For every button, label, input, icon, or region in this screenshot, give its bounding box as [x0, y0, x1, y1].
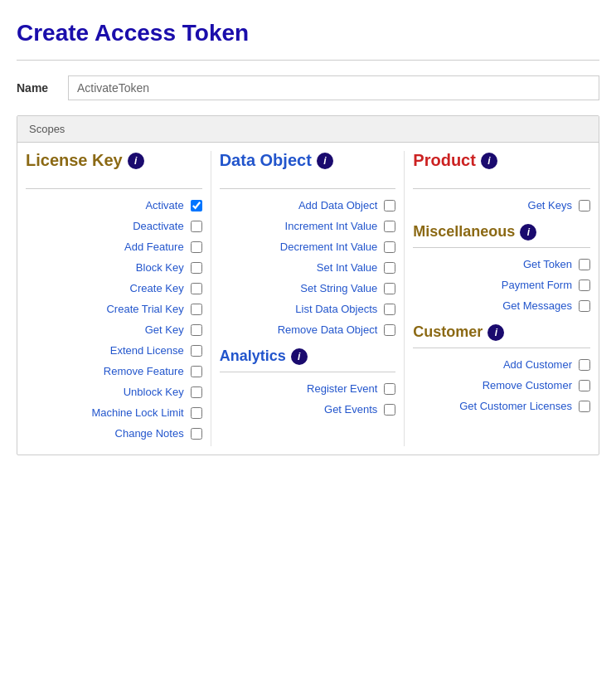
scope-label: Extend License: [26, 344, 184, 357]
scope-row: Create Trial Key: [26, 301, 202, 317]
scope-label: Get Customer Licenses: [413, 400, 572, 412]
scope-label: Remove Feature: [26, 365, 184, 377]
misc-title: Miscellaneous i: [413, 223, 590, 241]
scope-checkbox[interactable]: [191, 407, 202, 419]
scope-checkbox[interactable]: [384, 200, 395, 211]
license-key-items: ActivateDeactivateAdd FeatureBlock KeyCr…: [26, 197, 202, 441]
scope-row: Remove Data Object: [220, 322, 396, 338]
product-items: Get Keys: [413, 197, 590, 213]
scope-row: Increment Int Value: [220, 218, 396, 234]
scope-row: Get Messages: [413, 298, 590, 314]
scope-checkbox[interactable]: [191, 200, 202, 211]
name-label: Name: [17, 81, 58, 95]
product-label: Product: [413, 151, 476, 170]
scope-label: Add Data Object: [220, 199, 378, 211]
scope-row: List Data Objects: [220, 301, 396, 317]
scope-row: Get Key: [26, 322, 202, 338]
scope-checkbox[interactable]: [384, 241, 395, 253]
analytics-label: Analytics: [220, 348, 286, 365]
scope-label: Payment Form: [413, 279, 572, 291]
scope-checkbox[interactable]: [384, 383, 395, 395]
scope-checkbox[interactable]: [579, 300, 590, 312]
scope-checkbox[interactable]: [384, 404, 395, 416]
scope-checkbox[interactable]: [191, 366, 202, 377]
scope-checkbox[interactable]: [384, 262, 395, 274]
scope-label: Block Key: [26, 261, 184, 274]
scope-checkbox[interactable]: [191, 345, 202, 357]
scope-checkbox[interactable]: [579, 380, 590, 391]
scope-label: Create Key: [26, 282, 184, 294]
scope-row: Get Token: [413, 256, 590, 272]
data-object-title: Data Object i: [220, 151, 396, 177]
scopes-header: Scopes: [17, 116, 599, 143]
license-key-title: License Key i: [26, 151, 202, 177]
customer-info-icon: i: [487, 324, 504, 341]
scope-row: Payment Form: [413, 277, 590, 293]
scope-label: Decrement Int Value: [220, 241, 378, 253]
scope-checkbox[interactable]: [191, 428, 202, 440]
data-object-column: Data Object i Add Data ObjectIncrement I…: [211, 151, 405, 446]
scope-checkbox[interactable]: [384, 283, 395, 294]
customer-separator: [413, 348, 590, 348]
page-title: Create Access Token: [17, 20, 599, 46]
scope-row: Unblock Key: [26, 384, 202, 400]
data-object-separator: [220, 188, 396, 189]
scope-label: Increment Int Value: [220, 220, 378, 232]
scope-label: Add Customer: [413, 358, 572, 371]
scope-checkbox[interactable]: [384, 324, 395, 336]
scope-checkbox[interactable]: [579, 259, 590, 270]
customer-items: Add CustomerRemove CustomerGet Customer …: [413, 357, 590, 414]
scope-checkbox[interactable]: [191, 304, 202, 315]
scopes-container: Scopes License Key i ActivateDeactivateA…: [17, 115, 599, 455]
scope-label: Unblock Key: [26, 386, 184, 398]
scope-label: Deactivate: [26, 220, 184, 232]
scope-label: Remove Customer: [413, 379, 572, 391]
scope-row: Remove Customer: [413, 377, 590, 393]
analytics-info-icon: i: [291, 348, 308, 365]
scope-label: Machine Lock Limit: [26, 406, 184, 419]
misc-label: Miscellaneous: [413, 223, 515, 241]
scope-checkbox[interactable]: [191, 262, 202, 274]
scope-label: Remove Data Object: [220, 323, 378, 336]
scope-label: List Data Objects: [220, 303, 378, 315]
scopes-body: License Key i ActivateDeactivateAdd Feat…: [17, 143, 599, 455]
data-object-info-icon: i: [317, 153, 333, 169]
product-info-icon: i: [481, 153, 497, 169]
scope-row: Set String Value: [220, 280, 396, 296]
scope-row: Add Customer: [413, 357, 590, 372]
license-key-info-icon: i: [128, 153, 144, 169]
product-separator: [413, 188, 590, 189]
scope-checkbox[interactable]: [384, 304, 395, 315]
scope-row: Add Feature: [26, 239, 202, 255]
scope-label: Set Int Value: [220, 261, 378, 274]
scope-checkbox[interactable]: [191, 283, 202, 294]
scope-checkbox[interactable]: [579, 200, 590, 211]
scope-checkbox[interactable]: [384, 221, 395, 232]
scope-label: Add Feature: [26, 241, 184, 253]
scope-label: Get Token: [413, 258, 572, 270]
data-object-items: Add Data ObjectIncrement Int ValueDecrem…: [220, 197, 396, 338]
scope-label: Change Notes: [26, 427, 184, 440]
data-object-label: Data Object: [220, 151, 312, 170]
scope-label: Register Event: [220, 382, 378, 395]
scope-row: Decrement Int Value: [220, 239, 396, 255]
scope-checkbox[interactable]: [579, 359, 590, 371]
scope-checkbox[interactable]: [579, 280, 590, 291]
scope-label: Get Events: [220, 403, 378, 416]
scope-row: Block Key: [26, 260, 202, 275]
customer-title: Customer i: [413, 323, 590, 341]
product-title: Product i: [413, 151, 590, 177]
misc-items: Get TokenPayment FormGet Messages: [413, 256, 590, 314]
scope-row: Remove Feature: [26, 363, 202, 379]
scope-checkbox[interactable]: [191, 386, 202, 398]
scope-checkbox[interactable]: [191, 241, 202, 253]
analytics-title: Analytics i: [220, 348, 396, 365]
scope-checkbox[interactable]: [191, 324, 202, 336]
scope-row: Set Int Value: [220, 260, 396, 275]
scope-row: Change Notes: [26, 425, 202, 441]
name-input[interactable]: [68, 75, 599, 100]
scope-checkbox[interactable]: [579, 401, 590, 412]
scope-row: Create Key: [26, 280, 202, 296]
scope-checkbox[interactable]: [191, 221, 202, 232]
title-divider: [17, 60, 599, 61]
